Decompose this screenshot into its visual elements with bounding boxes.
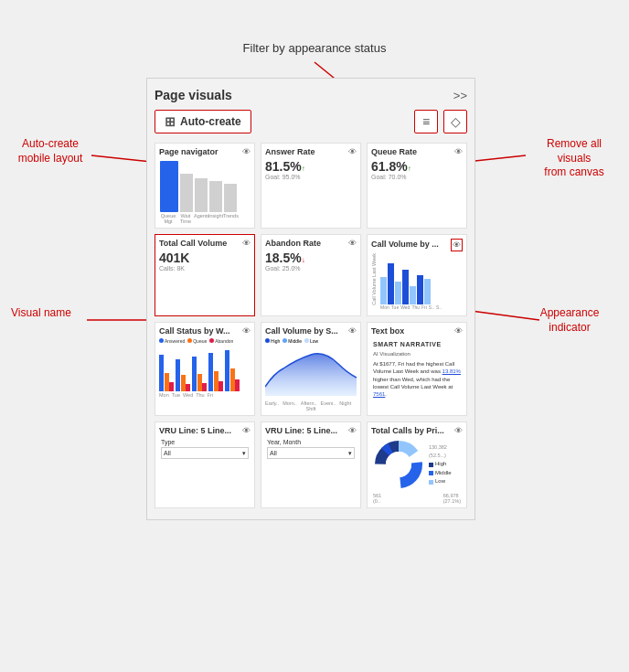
visual-title-total-call-volume: Total Call Volume <box>159 239 242 249</box>
visual-card-answer-rate[interactable]: Answer Rate 👁 81.5%↑ Goal: 95.0% <box>261 143 361 229</box>
auto-create-annotation: Auto-createmobile layout <box>9 137 91 165</box>
eye-icon-text-box[interactable]: 👁 <box>454 326 463 336</box>
filter-annotation-label: Filter by appearance status <box>243 41 387 55</box>
slicer-1-content: Type All▾ <box>159 437 251 461</box>
appearance-annotation: Appearanceindicator <box>519 306 620 335</box>
visual-title-total-calls-by-pri: Total Calls by Pri... <box>371 426 454 436</box>
slicer-2-content: Year, Month All▾ <box>265 437 357 461</box>
auto-create-icon: ⊞ <box>165 114 176 129</box>
eye-icon-answer-rate[interactable]: 👁 <box>348 147 357 156</box>
panel-expand-btn[interactable]: >> <box>453 89 467 102</box>
eye-icon-call-volume-by-s[interactable]: 👁 <box>348 326 357 336</box>
eye-icon-call-volume-by[interactable]: 👁 <box>451 239 463 251</box>
visual-card-queue-rate[interactable]: Queue Rate 👁 61.8%↑ Goal: 70.0% <box>367 143 467 229</box>
visual-card-call-volume-by-s[interactable]: Call Volume by S... 👁 High Middle Low <box>261 322 361 416</box>
erase-icon: ◇ <box>451 114 461 129</box>
eye-icon-total-calls-by-pri[interactable]: 👁 <box>454 426 463 435</box>
auto-create-button[interactable]: ⊞ Auto-create <box>155 110 251 133</box>
visual-card-call-volume-by[interactable]: Call Volume by ... 👁 Call Volume Last We… <box>367 234 467 316</box>
visual-name-annotation: Visual name <box>9 306 73 321</box>
donut-chart-svg <box>371 437 426 492</box>
remove-all-annotation: Remove all visualsfrom canvas <box>528 137 620 180</box>
slicer-2-label: Year, Month <box>267 439 355 445</box>
visual-card-call-status-by-w[interactable]: Call Status by W... 👁 Answered Queue Aba… <box>155 322 255 416</box>
visual-title-answer-rate: Answer Rate <box>265 147 348 157</box>
page-visuals-panel: Page visuals >> ⊞ Auto-create ≡ ◇ <box>146 78 475 520</box>
visual-title-vru-line-1: VRU Line: 5 Line... <box>159 426 242 436</box>
eye-icon-vru-line-2[interactable]: 👁 <box>348 426 357 435</box>
text-box-content: SMART NARRATIVE AI Visualization At $167… <box>371 338 463 398</box>
area-chart-svg <box>265 346 357 396</box>
visual-title-abandon-rate: Abandon Rate <box>265 239 348 249</box>
auto-create-label: Auto-create <box>180 115 241 128</box>
eye-icon-page-navigator[interactable]: 👁 <box>242 147 251 156</box>
eye-icon-total-call-volume[interactable]: 👁 <box>242 239 251 248</box>
eye-icon-call-status-by-w[interactable]: 👁 <box>242 326 251 336</box>
svg-point-10 <box>386 452 411 477</box>
visual-card-vru-line-2[interactable]: VRU Line: 5 Line... 👁 Year, Month All▾ <box>261 421 361 509</box>
visual-card-page-navigator[interactable]: Page navigator 👁 QueueMgt WaitTime Agent… <box>155 143 255 229</box>
slicer-1-label: Type <box>161 439 249 445</box>
visuals-grid: Page navigator 👁 QueueMgt WaitTime Agent… <box>155 143 467 508</box>
visual-title-text-box: Text box <box>371 326 454 336</box>
visual-title-call-volume-by: Call Volume by ... <box>371 240 451 250</box>
filter-icon: ≡ <box>422 114 430 129</box>
visual-card-text-box[interactable]: Text box 👁 SMART NARRATIVE AI Visualizat… <box>367 322 467 416</box>
visual-title-call-volume-by-s: Call Volume by S... <box>265 326 348 336</box>
visual-title-call-status-by-w: Call Status by W... <box>159 326 242 336</box>
toolbar: ⊞ Auto-create ≡ ◇ <box>155 110 467 133</box>
filter-by-appearance-button[interactable]: ≡ <box>414 110 438 133</box>
visual-card-abandon-rate[interactable]: Abandon Rate 👁 18.5%↓ Goal: 25.0% <box>261 234 361 316</box>
eye-icon-queue-rate[interactable]: 👁 <box>454 147 463 156</box>
eye-icon-abandon-rate[interactable]: 👁 <box>348 239 357 248</box>
visual-title-page-navigator: Page navigator <box>159 147 242 157</box>
panel-header: Page visuals >> <box>155 88 467 102</box>
slicer-2-dropdown[interactable]: All▾ <box>267 447 355 459</box>
visual-card-total-call-volume[interactable]: Total Call Volume 👁 401K Calls: 8K <box>155 234 255 316</box>
visual-title-vru-line-2: VRU Line: 5 Line... <box>265 426 348 436</box>
slicer-1-dropdown[interactable]: All▾ <box>161 447 249 459</box>
visual-card-vru-line-1[interactable]: VRU Line: 5 Line... 👁 Type All▾ <box>155 421 255 509</box>
visual-title-queue-rate: Queue Rate <box>371 147 454 157</box>
eye-icon-vru-line-1[interactable]: 👁 <box>242 426 251 435</box>
panel-title: Page visuals <box>155 88 232 102</box>
visual-card-total-calls-by-pri[interactable]: Total Calls by Pri... 👁 <box>367 421 467 509</box>
remove-all-visuals-button[interactable]: ◇ <box>443 110 467 133</box>
